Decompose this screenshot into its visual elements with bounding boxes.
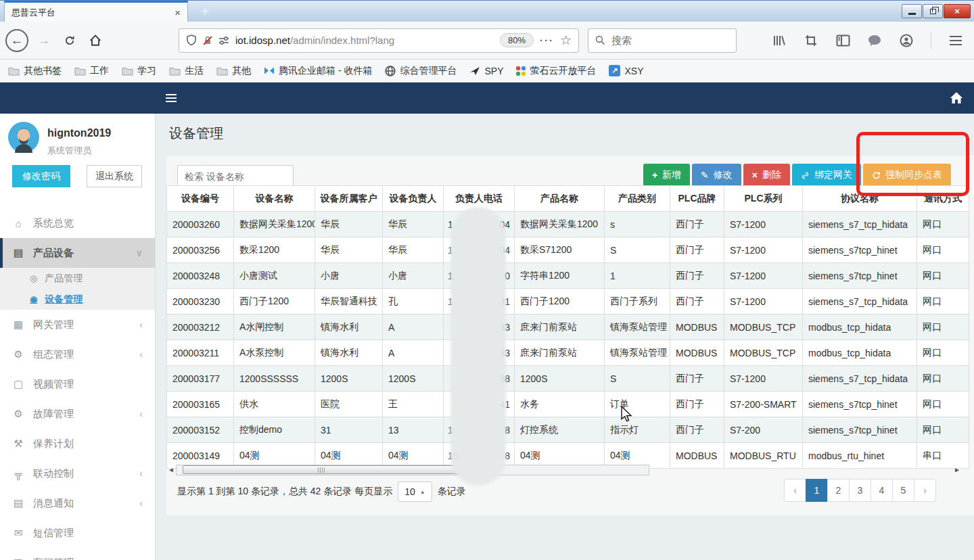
cell-protocol: siemens_s7tcp_hinet — [803, 392, 917, 417]
bookmark-xsy[interactable]: ↗XSY — [609, 65, 643, 76]
bookmark-folder-study[interactable]: 学习 — [122, 65, 156, 77]
pager-page-4[interactable]: 4 — [871, 479, 893, 502]
sidebar-item-gateway[interactable]: ▦网关管理‹ — [0, 310, 155, 340]
pager-next[interactable]: › — [914, 479, 936, 502]
change-password-button[interactable]: 修改密码 — [12, 165, 70, 187]
forward-button[interactable]: → — [32, 33, 55, 48]
cell-owner: 华辰 — [383, 237, 444, 263]
reload-button[interactable] — [58, 35, 81, 46]
window-close-button[interactable]: × — [944, 4, 971, 18]
bookmark-mgmt-platform[interactable]: 综合管理平台 — [385, 65, 457, 77]
table-row[interactable]: 200003152 控制demo 31 13 18 灯控系统 指示灯 西门子 S… — [167, 417, 969, 443]
pager-page-1[interactable]: 1 — [806, 479, 828, 502]
page-actions-icon[interactable]: ··· — [540, 34, 554, 46]
table-row[interactable]: 200003177 1200SSSSSS 1200S 1200S 88 1200… — [167, 366, 969, 392]
table-row[interactable]: 200003256 数采1200 华辰 华辰 104 数采S71200 S 西门… — [167, 237, 969, 263]
edit-button[interactable]: ✎修改 — [692, 164, 741, 187]
book-icon: ▤ — [12, 497, 24, 509]
col-device-name[interactable]: 设备名称 — [234, 186, 315, 212]
monitor-icon: ▢ — [12, 378, 24, 390]
window-restore-button[interactable] — [923, 4, 943, 18]
bind-gateway-button[interactable]: 绑定网关 — [792, 164, 861, 187]
gears-icon: ⚙ — [12, 348, 24, 360]
col-customer[interactable]: 设备所属客户 — [315, 186, 383, 212]
cell-customer: 小唐 — [315, 263, 383, 289]
sidebar-item-message[interactable]: ▤消息通知‹ — [0, 488, 155, 518]
sidebar-item-device-mgmt[interactable]: ◉设备管理 — [0, 289, 155, 310]
bookmark-star-icon[interactable]: ☆ — [560, 32, 572, 48]
zoom-level-badge[interactable]: 80% — [500, 33, 534, 47]
bookmark-folder-other[interactable]: 其他书签 — [8, 65, 62, 77]
table-row[interactable]: 200003165 供水 医院 王 41 水务 订单 西门子 S7-200-SM… — [167, 392, 969, 417]
scroll-left-icon[interactable]: ◄ — [168, 466, 175, 473]
cell-comm: 网口 — [917, 263, 969, 289]
browser-search-box[interactable] — [588, 28, 737, 53]
cell-customer: 1200S — [315, 366, 383, 392]
window-minimize-button[interactable] — [902, 4, 922, 18]
delete-button[interactable]: ×删除 — [743, 164, 790, 187]
sidebar-item-product-mgmt[interactable]: ◎产品管理 — [0, 268, 155, 289]
bookmark-folder-work[interactable]: 工作 — [74, 65, 109, 77]
table-row[interactable]: 200003248 小唐测试 小唐 小唐 10 字符串1200 1 西门子 S7… — [167, 263, 969, 289]
library-icon[interactable] — [772, 33, 787, 48]
bookmark-tencent-mail[interactable]: 腾讯企业邮箱 - 收件箱 — [264, 65, 372, 77]
bookmark-spy[interactable]: SPY — [469, 66, 503, 76]
new-tab-button[interactable]: + — [196, 3, 214, 20]
sidebar-item-workshop[interactable]: ▦车间管理 — [0, 548, 155, 560]
minimize-icon — [908, 13, 916, 15]
sidebar-item-scada[interactable]: ⚙组态管理‹ — [0, 340, 155, 369]
pager-prev[interactable]: ‹ — [784, 479, 806, 502]
tab-close-icon[interactable]: × — [175, 7, 181, 18]
account-icon[interactable] — [899, 33, 914, 48]
chat-bubble-icon[interactable] — [867, 33, 882, 48]
sidebar-item-video[interactable]: ▢视频管理 — [0, 369, 155, 399]
cell-category: 镇海泵站管理 — [605, 340, 670, 366]
device-table: 设备编号 设备名称 设备所属客户 设备负责人 负责人电话 产品名称 产品类别 P… — [166, 185, 969, 469]
col-owner[interactable]: 设备负责人 — [383, 186, 444, 212]
back-button[interactable]: ← — [5, 29, 28, 52]
col-device-id[interactable]: 设备编号 — [167, 186, 234, 212]
screenshot-icon[interactable] — [804, 33, 818, 48]
table-row[interactable]: 200003212 A水闸控制 镇海水利 A 33 庶来门前泵站 镇海泵站管理 … — [167, 314, 969, 340]
avatar[interactable] — [8, 122, 39, 156]
sidebar-item-fault[interactable]: ⚙故障管理‹ — [0, 399, 155, 429]
browser-search-input[interactable] — [611, 34, 713, 46]
url-bar[interactable]: iot.idosp.net/admin/index.html?lang 80% … — [179, 28, 579, 53]
scrollbar-thumb[interactable] — [183, 465, 460, 474]
col-plc-brand[interactable]: PLC品牌 — [670, 186, 724, 212]
table-row[interactable]: 200003260 数据网关采集1200 华辰 华辰 104 数据网关采集120… — [167, 212, 969, 237]
table-row[interactable]: 200003230 西门子1200 华辰智通科技 孔 131 西门子1200 西… — [167, 289, 969, 314]
col-plc-series[interactable]: PLC系列 — [724, 186, 803, 212]
col-category[interactable]: 产品类别 — [605, 186, 670, 212]
folder-icon — [8, 66, 20, 76]
device-search-input[interactable] — [177, 165, 294, 188]
pager-page-3[interactable]: 3 — [849, 479, 871, 502]
bookmark-folder-life[interactable]: 生活 — [169, 65, 204, 77]
pager-page-2[interactable]: 2 — [827, 479, 850, 502]
cell-plc-brand: 西门子 — [670, 237, 724, 263]
page-size-select[interactable]: 10▲ — [398, 482, 432, 502]
pager-page-5[interactable]: 5 — [892, 479, 914, 502]
col-product[interactable]: 产品名称 — [515, 186, 605, 212]
cell-product: 西门子1200 — [515, 289, 605, 314]
add-button[interactable]: +新增 — [643, 164, 690, 187]
browser-tab[interactable]: 思普云平台 × — [4, 1, 188, 22]
sidebar-item-maintenance[interactable]: ⚒保养计划 — [0, 429, 155, 459]
sidebar-item-linkage[interactable]: ╦联动控制‹ — [0, 459, 155, 488]
sidebar-item-sms[interactable]: ✉短信管理 — [0, 518, 155, 548]
bookmark-ys7[interactable]: 萤石云开放平台 — [516, 65, 596, 77]
link-icon — [801, 171, 810, 180]
reload-icon — [64, 35, 75, 46]
sidebar-collapse-icon[interactable] — [166, 94, 177, 95]
table-row[interactable]: 200003211 A水泵控制 镇海水利 A 33 庶来门前泵站 镇海泵站管理 … — [167, 340, 969, 366]
bookmark-folder-misc[interactable]: 其他 — [216, 65, 251, 77]
scroll-right-icon[interactable]: ► — [954, 466, 960, 473]
logout-button[interactable]: 退出系统 — [87, 165, 142, 187]
menu-hamburger-icon[interactable] — [948, 33, 963, 48]
sidebar-item-product-device[interactable]: ▤产品设备∨ — [0, 238, 155, 268]
sidebar-toggle-icon[interactable] — [835, 33, 850, 48]
sidebar-item-overview[interactable]: ⌂系统总览 — [0, 208, 155, 238]
home-button[interactable] — [84, 34, 107, 47]
video-icon: ▦ — [12, 319, 24, 331]
app-home-icon[interactable] — [950, 91, 963, 107]
